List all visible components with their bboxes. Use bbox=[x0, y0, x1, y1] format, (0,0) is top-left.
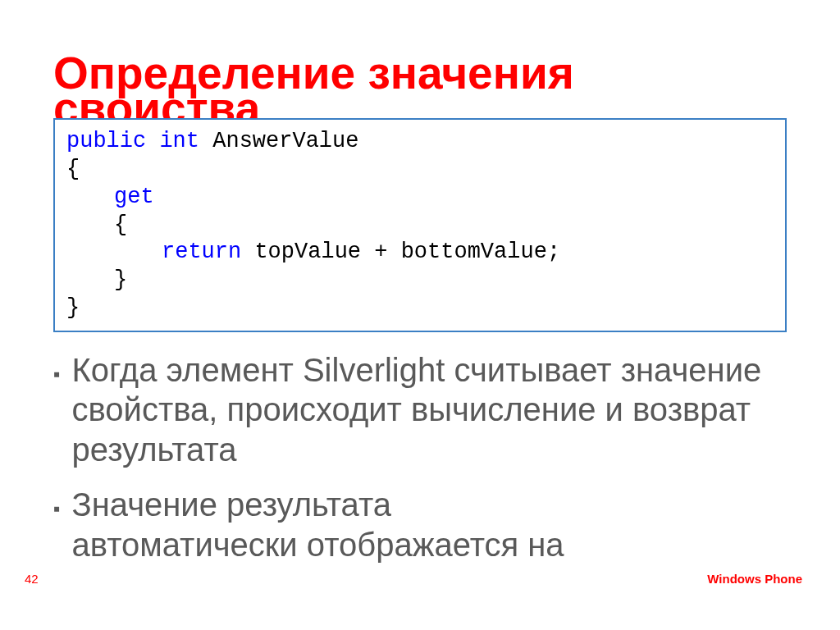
code-text: } bbox=[66, 267, 774, 294]
code-text: } bbox=[66, 294, 774, 322]
code-block: public int AnswerValue { get { return to… bbox=[53, 118, 787, 331]
bullet-text-2: Значение результата bbox=[72, 486, 392, 523]
bullet-text-1: Когда элемент Silverlight считывает знач… bbox=[72, 350, 787, 470]
footer-brand: Windows Phone bbox=[707, 572, 802, 586]
code-text: { bbox=[66, 156, 774, 184]
slide-title-line1: Определение значения bbox=[53, 49, 787, 98]
slide: Определение значения свойства public int… bbox=[0, 0, 840, 630]
code-keyword-return: return bbox=[162, 240, 241, 264]
list-item: ▪ Когда элемент Silverlight считывает зн… bbox=[53, 350, 787, 470]
code-text: AnswerValue bbox=[199, 129, 358, 153]
code-keyword-int: int bbox=[159, 129, 199, 153]
bullet-marker-icon: ▪ bbox=[53, 362, 61, 470]
bullet-text-2-cut: автоматически отображается на bbox=[72, 527, 564, 563]
bullet-marker-icon: ▪ bbox=[53, 496, 61, 565]
bullet-list: ▪ Когда элемент Silverlight считывает зн… bbox=[53, 350, 787, 565]
code-keyword-get: get bbox=[114, 185, 154, 209]
page-number: 42 bbox=[25, 572, 39, 586]
code-text: topValue + bottomValue; bbox=[241, 240, 560, 264]
list-item: ▪ Значение результата автоматически отоб… bbox=[53, 485, 787, 565]
code-text: { bbox=[66, 212, 774, 240]
code-keyword-public: public bbox=[66, 129, 146, 153]
